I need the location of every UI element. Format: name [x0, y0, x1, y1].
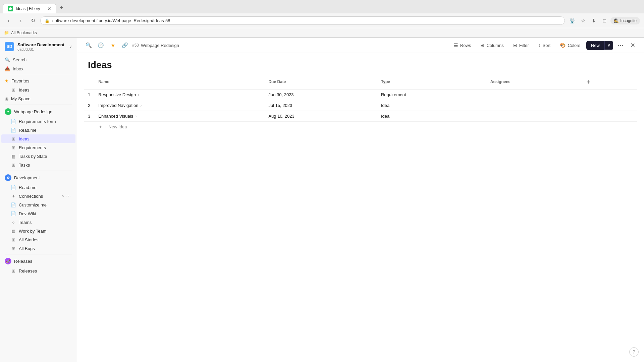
row-expand-chevron[interactable]: › [138, 93, 139, 97]
sidebar-item-customize-me[interactable]: 📄 Customize.me [1, 200, 75, 209]
sort-button[interactable]: ↕ Sort [535, 41, 554, 50]
bookmark-button[interactable]: ☆ [578, 16, 588, 25]
sidebar-item-favorites-ideas[interactable]: ⊞ Ideas [1, 85, 75, 94]
table-row[interactable]: 2 Improved Navigation › Jul 15, 2023 Ide… [84, 100, 637, 111]
main-content: 🔍 🕐 ★ 🔗 #58 Webpage Redesign ☰ Rows ⊞ Co… [77, 38, 644, 362]
link-button[interactable]: 🔗 [120, 41, 129, 50]
row-number: 1 [84, 89, 94, 100]
row-name-text[interactable]: Improved Navigation [98, 103, 138, 108]
sidebar-item-requirements[interactable]: ⊞ Requirements [1, 143, 75, 152]
star-button[interactable]: ★ [108, 41, 117, 50]
browser-right-buttons: 📡 ☆ ⬇ □ 🕵 Incognito [568, 16, 640, 25]
webpage-redesign-group-header[interactable]: ✦ Webpage Redesign [0, 106, 77, 117]
releases-group-header[interactable]: 🚀 Releases [0, 256, 77, 266]
close-panel-button[interactable]: ✕ [628, 41, 637, 50]
profile-button[interactable]: □ [600, 16, 609, 25]
sidebar-item-all-bugs[interactable]: ⊞ All Bugs [1, 244, 75, 253]
back-button[interactable]: ‹ [4, 16, 13, 25]
doc-icon: 📄 [11, 119, 16, 124]
releases-label: Releases [14, 259, 32, 264]
active-tab[interactable]: Ideas | Fibery ✕ [3, 4, 56, 13]
workspace-info: Software Development 6ad8d3d1 [17, 42, 66, 51]
rows-button[interactable]: ☰ Rows [450, 41, 475, 50]
columns-button[interactable]: ⊞ Columns [477, 41, 507, 50]
sidebar-item-readme-2[interactable]: 📄 Read.me [1, 183, 75, 192]
breadcrumb-label[interactable]: Webpage Redesign [141, 43, 179, 48]
new-dropdown-button[interactable]: ∨ [604, 41, 613, 50]
sidebar-item-work-by-team[interactable]: ▦ Work by Team [1, 227, 75, 235]
grid-icon: ⊞ [11, 237, 16, 242]
sidebar-item-releases[interactable]: ⊞ Releases [1, 266, 75, 275]
sidebar-item-readme-1[interactable]: 📄 Read.me [1, 126, 75, 134]
ideas-table: Name Due Date Type Assignees ＋ 1 Respons… [84, 74, 637, 132]
sidebar-item-label: Dev Wiki [19, 211, 36, 216]
colors-button[interactable]: 🎨 Colors [556, 41, 584, 50]
sidebar-divider-1 [5, 75, 72, 75]
bookmarks-folder-icon: 📁 [4, 31, 9, 35]
sidebar-item-dev-wiki[interactable]: 📄 Dev Wiki [1, 209, 75, 218]
table-row[interactable]: 1 Responsive Design › Jun 30, 2023 Requi… [84, 89, 637, 100]
sidebar-item-tasks-by-state[interactable]: ▦ Tasks by State [1, 152, 75, 161]
download-button[interactable]: ⬇ [589, 16, 598, 25]
bookmarks-label[interactable]: All Bookmarks [11, 31, 37, 35]
sidebar-item-requirements-form[interactable]: 📄 Requirements form [1, 117, 75, 126]
table-row[interactable]: 3 Enhanced Visuals › Aug 10, 2023 Idea [84, 111, 637, 122]
workspace-header[interactable]: SD Software Development 6ad8d3d1 ∨ [0, 38, 77, 55]
new-idea-label: + New Idea [105, 124, 127, 129]
sidebar-item-teams[interactable]: ○ Teams [1, 218, 75, 227]
address-bar[interactable]: 🔒 software-development.fibery.io/Webpage… [40, 16, 565, 25]
incognito-label: Incognito [620, 18, 637, 23]
new-tab-button[interactable]: + [56, 2, 67, 13]
table-header: Name Due Date Type Assignees ＋ [84, 74, 637, 89]
incognito-icon: 🕵 [614, 18, 619, 23]
row-name-text[interactable]: Enhanced Visuals [98, 114, 133, 119]
help-button[interactable]: ? [629, 347, 639, 357]
doc-icon: 📄 [11, 202, 16, 207]
development-group-header[interactable]: ⚙ Development [0, 172, 77, 183]
row-name-cell: Responsive Design › [94, 89, 264, 100]
more-options-button[interactable]: ⋯ [616, 41, 625, 50]
sidebar-item-all-stories[interactable]: ⊞ All Stories [1, 235, 75, 244]
main-toolbar: 🔍 🕐 ★ 🔗 #58 Webpage Redesign ☰ Rows ⊞ Co… [77, 38, 644, 53]
row-expand-chevron[interactable]: › [135, 114, 137, 119]
row-name-cell: Improved Navigation › [94, 100, 264, 111]
new-idea-button[interactable]: ＋ + New Idea [98, 124, 633, 130]
new-main-button[interactable]: New [586, 41, 604, 50]
sidebar-inbox[interactable]: 📥 Inbox [0, 64, 77, 73]
new-idea-row[interactable]: ＋ + New Idea [84, 122, 637, 132]
cast-button[interactable]: 📡 [568, 16, 577, 25]
sort-label: Sort [543, 43, 551, 48]
row-extra-cell [580, 89, 637, 100]
filter-button[interactable]: ⊟ Filter [510, 41, 532, 50]
forward-button[interactable]: › [16, 16, 25, 25]
filter-icon: ⊟ [513, 43, 517, 48]
sidebar-item-connections[interactable]: ✦ Connections ↖ ⋯ [1, 192, 75, 200]
tab-close-button[interactable]: ✕ [47, 6, 51, 11]
row-due-date-cell: Jul 15, 2023 [264, 100, 377, 111]
row-number: 2 [84, 100, 94, 111]
sidebar-item-label: Ideas [19, 136, 30, 141]
grid-icon: ⊞ [11, 136, 16, 141]
sidebar-search[interactable]: 🔍 Search [0, 55, 77, 64]
sidebar-item-label: Requirements [19, 145, 46, 150]
search-label: Search [13, 57, 26, 62]
incognito-button[interactable]: 🕵 Incognito [610, 17, 640, 24]
more-options-icon[interactable]: ⋯ [66, 193, 71, 199]
add-column-button[interactable]: ＋ [580, 74, 637, 89]
assignees-column-header: Assignees [486, 74, 580, 89]
row-name-text[interactable]: Responsive Design [98, 92, 136, 97]
favorites-section-header[interactable]: ★ Favorites [0, 76, 77, 85]
grid-icon: ⊞ [11, 246, 16, 251]
clock-button[interactable]: 🕐 [96, 41, 105, 50]
new-idea-num [84, 122, 94, 132]
row-expand-chevron[interactable]: › [140, 103, 142, 108]
my-space-header[interactable]: ◉ My Space [0, 94, 77, 103]
sidebar: SD Software Development 6ad8d3d1 ∨ 🔍 Sea… [0, 38, 77, 362]
svg-point-0 [9, 7, 12, 10]
reload-button[interactable]: ↻ [28, 16, 38, 25]
sidebar-item-tasks[interactable]: ⊞ Tasks [1, 161, 75, 169]
search-toolbar-button[interactable]: 🔍 [84, 41, 93, 50]
my-space-icon: ◉ [5, 96, 8, 101]
breadcrumb: #58 Webpage Redesign [132, 43, 179, 48]
sidebar-item-ideas[interactable]: ⊞ Ideas [1, 134, 75, 143]
